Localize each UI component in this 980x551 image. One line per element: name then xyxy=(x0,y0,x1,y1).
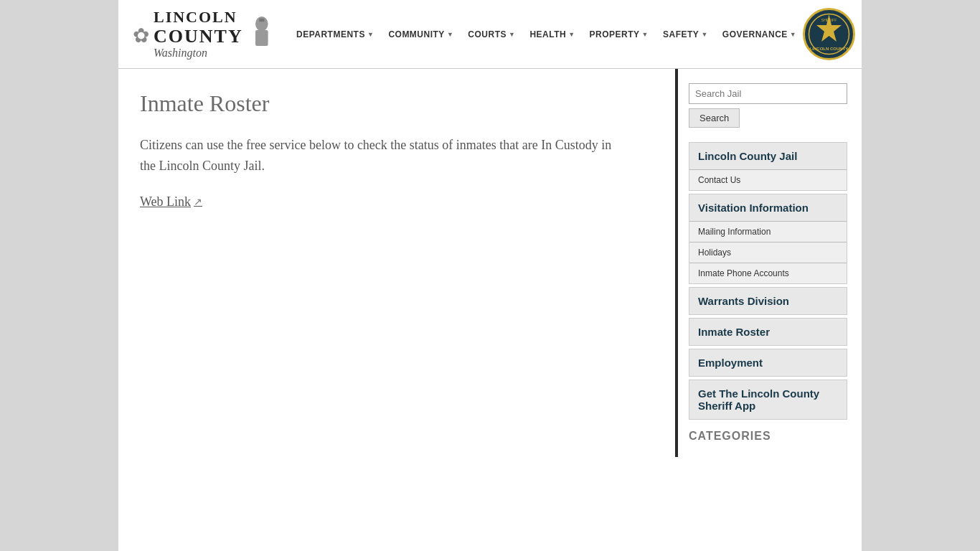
sidebar-section-title-jail[interactable]: Lincoln County Jail xyxy=(689,143,847,169)
site-logo[interactable]: ✿ LINCOLN COUNTY Washington xyxy=(133,7,276,61)
logo-lincoln: LINCOLN xyxy=(154,9,243,26)
sidebar-link-employment[interactable]: Employment xyxy=(689,349,847,377)
categories-title: CATEGORIES xyxy=(689,423,847,443)
chevron-down-icon: ▼ xyxy=(790,31,796,38)
svg-rect-1 xyxy=(255,30,268,46)
svg-text:SHERIFF: SHERIFF xyxy=(821,18,837,22)
web-link[interactable]: Web Link ↗ xyxy=(140,194,202,209)
page-wrapper: ✿ LINCOLN COUNTY Washington xyxy=(0,0,980,551)
search-box: Search xyxy=(689,83,847,128)
sidebar-link-app[interactable]: Get The Lincoln County Sheriff App xyxy=(689,380,847,420)
sidebar-section-visitation: Visitation Information Mailing Informati… xyxy=(689,194,847,284)
sidebar: Search Lincoln County Jail Contact Us Vi… xyxy=(675,69,847,457)
nav-item-health[interactable]: HEALTH ▼ xyxy=(524,25,580,44)
sidebar-link-contact-us[interactable]: Contact Us xyxy=(689,169,847,190)
sidebar-link-warrants[interactable]: Warrants Division xyxy=(689,287,847,315)
main-content: Inmate Roster Citizens can use the free … xyxy=(133,69,675,457)
chevron-down-icon: ▼ xyxy=(367,31,374,38)
nav-item-governance[interactable]: GOVERNANCE ▼ xyxy=(717,25,802,44)
nav-item-safety[interactable]: SAFETY ▼ xyxy=(657,25,714,44)
sheriff-badge: LINCOLN COUNTY SHERIFF xyxy=(802,7,856,61)
lincoln-portrait xyxy=(248,7,276,61)
sidebar-section-title-visitation[interactable]: Visitation Information xyxy=(689,194,847,221)
sidebar-link-inmate-roster[interactable]: Inmate Roster xyxy=(689,318,847,346)
site-header: ✿ LINCOLN COUNTY Washington xyxy=(118,0,862,69)
nav-item-courts[interactable]: COURTS ▼ xyxy=(462,25,521,44)
svg-text:LINCOLN COUNTY: LINCOLN COUNTY xyxy=(810,47,849,51)
svg-rect-2 xyxy=(259,19,264,22)
logo-washington: Washington xyxy=(154,47,243,60)
page-description: Citizens can use the free service below … xyxy=(140,135,628,176)
sidebar-link-mailing[interactable]: Mailing Information xyxy=(689,221,847,242)
page-title: Inmate Roster xyxy=(140,90,661,117)
nav-item-property[interactable]: PROPERTY ▼ xyxy=(584,25,654,44)
sidebar-link-holidays[interactable]: Holidays xyxy=(689,242,847,263)
chevron-down-icon: ▼ xyxy=(509,31,515,38)
site-container: ✿ LINCOLN COUNTY Washington xyxy=(118,0,862,551)
chevron-down-icon: ▼ xyxy=(568,31,575,38)
logo-text: LINCOLN COUNTY Washington xyxy=(154,9,243,59)
sidebar-link-phone-accounts[interactable]: Inmate Phone Accounts xyxy=(689,263,847,283)
main-nav: DEPARTMENTS ▼ COMMUNITY ▼ COURTS ▼ HEALT… xyxy=(276,25,802,44)
external-link-icon: ↗ xyxy=(194,196,202,208)
logo-county: COUNTY xyxy=(154,27,243,47)
chevron-down-icon: ▼ xyxy=(642,31,649,38)
chevron-down-icon: ▼ xyxy=(447,31,453,38)
nav-item-community[interactable]: COMMUNITY ▼ xyxy=(382,25,459,44)
sidebar-section-jail: Lincoln County Jail Contact Us xyxy=(689,142,847,191)
chevron-down-icon: ▼ xyxy=(701,31,707,38)
search-button[interactable]: Search xyxy=(689,108,740,128)
nav-item-departments[interactable]: DEPARTMENTS ▼ xyxy=(291,25,380,44)
content-area: Inmate Roster Citizens can use the free … xyxy=(118,69,862,479)
search-input[interactable] xyxy=(689,83,847,104)
